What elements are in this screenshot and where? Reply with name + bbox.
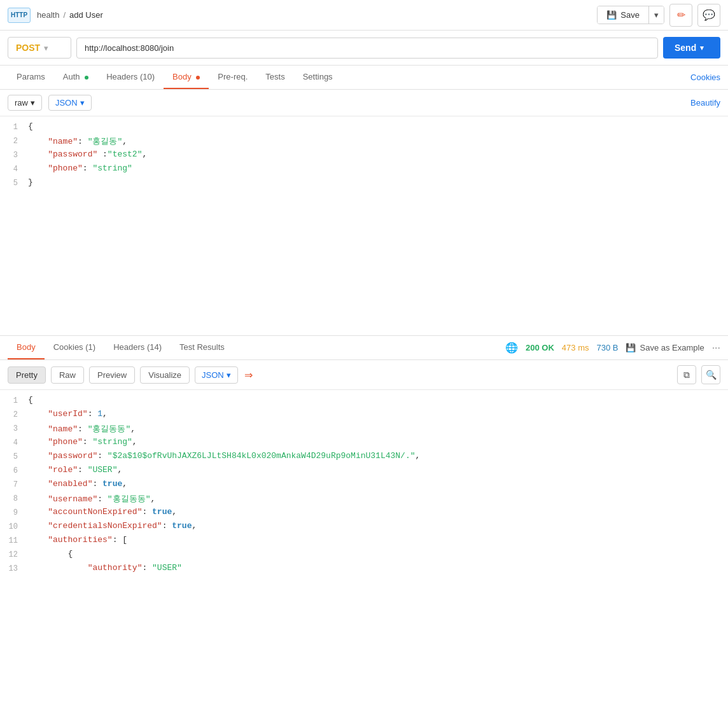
resp-format-raw[interactable]: Raw bbox=[51, 366, 84, 384]
req-line-4: 4 "phone": "string" bbox=[0, 164, 728, 177]
send-button[interactable]: Send ▾ bbox=[663, 37, 720, 59]
resp-format-pretty[interactable]: Pretty bbox=[8, 366, 46, 384]
save-dropdown-arrow[interactable]: ▾ bbox=[648, 6, 664, 24]
raw-arrow: ▾ bbox=[31, 98, 35, 108]
pencil-icon: ✏ bbox=[677, 9, 685, 21]
wrap-icon[interactable]: ⇒ bbox=[244, 369, 253, 381]
raw-select[interactable]: raw ▾ bbox=[8, 95, 42, 111]
tab-auth[interactable]: Auth bbox=[54, 66, 97, 89]
breadcrumb-page: add User bbox=[69, 10, 103, 20]
top-actions: 💾 Save ▾ ✏ 💬 bbox=[597, 4, 720, 27]
req-line-5: 5 } bbox=[0, 177, 728, 191]
response-tabs-bar: Body Cookies (1) Headers (14) Test Resul… bbox=[0, 336, 728, 360]
search-button[interactable]: 🔍 bbox=[701, 365, 720, 384]
cookies-link[interactable]: Cookies bbox=[690, 73, 720, 82]
breadcrumb-separator: / bbox=[63, 10, 66, 20]
resp-line-3: 3 "name": "홍길동동", bbox=[0, 423, 728, 437]
resp-json-arrow: ▾ bbox=[227, 370, 231, 380]
resp-line-5: 5 "password": "$2a$10$ofRvUhJAXZ6LJLtSH8… bbox=[0, 451, 728, 465]
status-time: 473 ms bbox=[562, 343, 589, 352]
tab-settings[interactable]: Settings bbox=[294, 66, 342, 89]
resp-line-10: 10 "credentialsNonExpired": true, bbox=[0, 521, 728, 535]
copy-button[interactable]: ⧉ bbox=[677, 365, 696, 384]
url-input[interactable] bbox=[76, 38, 658, 59]
tab-params[interactable]: Params bbox=[8, 66, 54, 89]
breadcrumb-health: health bbox=[37, 10, 59, 20]
copy-icon: ⧉ bbox=[683, 370, 690, 380]
json-select[interactable]: JSON ▾ bbox=[48, 95, 92, 111]
status-ok: 200 OK bbox=[526, 343, 554, 352]
resp-tab-test-results[interactable]: Test Results bbox=[171, 336, 234, 359]
req-line-1: 1 { bbox=[0, 122, 728, 136]
top-bar: HTTP health / add User 💾 Save ▾ ✏ 💬 bbox=[0, 0, 728, 31]
body-dot bbox=[196, 76, 200, 80]
format-bar: raw ▾ JSON ▾ Beautify bbox=[0, 90, 728, 116]
resp-right-icons: ⧉ 🔍 bbox=[677, 365, 720, 384]
resp-line-1: 1 { bbox=[0, 395, 728, 409]
beautify-button[interactable]: Beautify bbox=[690, 98, 720, 108]
response-format-bar: Pretty Raw Preview Visualize JSON ▾ ⇒ ⧉ … bbox=[0, 360, 728, 390]
http-icon: HTTP bbox=[8, 8, 31, 23]
comment-button[interactable]: 💬 bbox=[697, 4, 720, 27]
method-label: POST bbox=[16, 43, 40, 53]
status-size: 730 B bbox=[597, 343, 619, 352]
breadcrumb: health / add User bbox=[37, 10, 597, 20]
tab-tests[interactable]: Tests bbox=[256, 66, 293, 89]
tab-body[interactable]: Body bbox=[164, 66, 209, 89]
send-dropdown-arrow: ▾ bbox=[700, 44, 704, 52]
resp-line-8: 8 "username": "홍길동동", bbox=[0, 493, 728, 507]
more-options-button[interactable]: ··· bbox=[712, 342, 720, 354]
json-arrow: ▾ bbox=[80, 98, 85, 108]
method-select[interactable]: POST ▾ bbox=[8, 37, 71, 59]
edit-button[interactable]: ✏ bbox=[669, 4, 692, 27]
req-line-2: 2 "name": "홍길동", bbox=[0, 136, 728, 150]
tab-prereq[interactable]: Pre-req. bbox=[209, 66, 256, 89]
auth-dot bbox=[85, 76, 88, 80]
response-code: 1 { 2 "userId": 1, 3 "name": "홍길동동", 4 "… bbox=[0, 390, 728, 638]
url-bar: POST ▾ Send ▾ bbox=[0, 31, 728, 66]
status-info: 🌐 200 OK 473 ms 730 B 💾 Save as Example … bbox=[505, 342, 720, 354]
resp-tab-cookies[interactable]: Cookies (1) bbox=[45, 336, 104, 359]
comment-icon: 💬 bbox=[703, 9, 715, 21]
save-button[interactable]: 💾 Save bbox=[598, 6, 648, 24]
resp-format-visualize[interactable]: Visualize bbox=[140, 366, 190, 384]
req-line-3: 3 "password" :"test2", bbox=[0, 150, 728, 164]
resp-line-2: 2 "userId": 1, bbox=[0, 409, 728, 423]
resp-format-preview[interactable]: Preview bbox=[89, 366, 135, 384]
resp-json-select[interactable]: JSON ▾ bbox=[195, 366, 238, 384]
method-dropdown-arrow: ▾ bbox=[44, 43, 48, 53]
resp-tab-headers[interactable]: Headers (14) bbox=[104, 336, 171, 359]
resp-tab-body[interactable]: Body bbox=[8, 336, 45, 359]
resp-line-13: 13 "authority": "USER" bbox=[0, 563, 728, 577]
resp-line-7: 7 "enabled": true, bbox=[0, 479, 728, 493]
resp-line-11: 11 "authorities": [ bbox=[0, 535, 728, 549]
save-button-group[interactable]: 💾 Save ▾ bbox=[597, 6, 664, 24]
search-icon: 🔍 bbox=[706, 370, 717, 380]
request-body-editor[interactable]: 1 { 2 "name": "홍길동", 3 "password" :"test… bbox=[0, 116, 728, 336]
globe-icon: 🌐 bbox=[505, 342, 518, 354]
resp-line-9: 9 "accountNonExpired": true, bbox=[0, 507, 728, 521]
tab-headers[interactable]: Headers (10) bbox=[97, 66, 164, 89]
resp-line-12: 12 { bbox=[0, 549, 728, 563]
response-section: Body Cookies (1) Headers (14) Test Resul… bbox=[0, 336, 728, 638]
save-example-button[interactable]: 💾 Save as Example bbox=[626, 343, 704, 352]
save-disk-icon: 💾 bbox=[606, 10, 617, 20]
resp-line-4: 4 "phone": "string", bbox=[0, 437, 728, 451]
save-example-icon: 💾 bbox=[626, 343, 636, 352]
resp-line-6: 6 "role": "USER", bbox=[0, 465, 728, 479]
request-tabs-bar: Params Auth Headers (10) Body Pre-req. T… bbox=[0, 66, 728, 90]
